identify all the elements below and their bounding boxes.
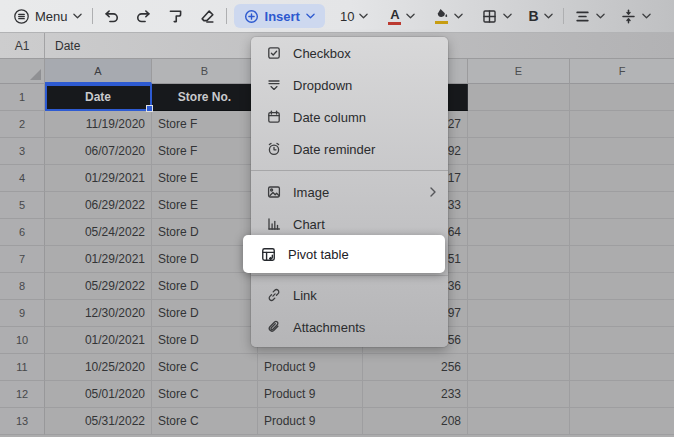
select-all-corner[interactable] — [0, 59, 45, 84]
cell-store[interactable]: Store E — [152, 192, 258, 219]
redo-button[interactable] — [132, 4, 155, 28]
menu-item-date-column[interactable]: Date column — [251, 101, 448, 133]
menu-item-attachments[interactable]: Attachments — [251, 311, 448, 343]
menu-item-link[interactable]: Link — [251, 279, 448, 311]
column-header-e[interactable]: E — [468, 59, 570, 84]
row-header[interactable]: 5 — [0, 192, 45, 219]
cell-empty[interactable] — [570, 219, 674, 246]
row-header[interactable]: 6 — [0, 219, 45, 246]
cell-date[interactable]: 06/07/2020 — [45, 138, 152, 165]
cell-empty[interactable] — [570, 327, 674, 354]
undo-button[interactable] — [100, 4, 123, 28]
cell-empty[interactable] — [468, 300, 570, 327]
cell-empty[interactable] — [468, 165, 570, 192]
cell-date[interactable]: 05/01/2020 — [45, 381, 152, 408]
bold-button[interactable]: B — [525, 4, 555, 28]
cell-store[interactable]: Store F — [152, 138, 258, 165]
cell-value[interactable]: 233 — [363, 381, 468, 408]
menu-item-label: Checkbox — [293, 46, 436, 61]
row-header[interactable]: 8 — [0, 273, 45, 300]
insert-button[interactable]: Insert — [234, 4, 325, 28]
header-cell-store[interactable]: Store No. — [152, 84, 258, 111]
cell-empty[interactable] — [570, 273, 674, 300]
row-header[interactable]: 7 — [0, 246, 45, 273]
column-header-a[interactable]: A — [45, 59, 152, 84]
cell-empty[interactable] — [468, 408, 570, 435]
row-header[interactable]: 10 — [0, 327, 45, 354]
cell-empty[interactable] — [468, 354, 570, 381]
cell-empty[interactable] — [468, 192, 570, 219]
font-color-button[interactable]: A — [385, 4, 418, 28]
cell-empty[interactable] — [468, 84, 570, 111]
cell-empty[interactable] — [570, 408, 674, 435]
cell-empty[interactable] — [570, 300, 674, 327]
cell-date[interactable]: 01/29/2021 — [45, 165, 152, 192]
row-header[interactable]: 4 — [0, 165, 45, 192]
cell-date[interactable]: 10/25/2020 — [45, 354, 152, 381]
cell-empty[interactable] — [570, 165, 674, 192]
cell-product[interactable]: Product 9 — [258, 381, 363, 408]
cell-date[interactable]: 05/24/2022 — [45, 219, 152, 246]
menu-item-date-reminder[interactable]: Date reminder — [251, 133, 448, 165]
borders-button[interactable] — [478, 4, 515, 28]
cell-store[interactable]: Store D — [152, 273, 258, 300]
cell-store[interactable]: Store D — [152, 300, 258, 327]
cell-store[interactable]: Store C — [152, 408, 258, 435]
cell-product[interactable]: Product 9 — [258, 408, 363, 435]
cell-date[interactable]: 05/29/2022 — [45, 273, 152, 300]
cell-empty[interactable] — [468, 219, 570, 246]
clear-format-button[interactable] — [196, 4, 219, 28]
cell-store[interactable]: Store C — [152, 381, 258, 408]
cell-empty[interactable] — [468, 138, 570, 165]
cell-reference-box[interactable]: A1 — [0, 33, 45, 58]
cell-empty[interactable] — [570, 111, 674, 138]
cell-empty[interactable] — [468, 246, 570, 273]
cell-empty[interactable] — [570, 84, 674, 111]
cell-store[interactable]: Store E — [152, 165, 258, 192]
vertical-align-button[interactable] — [617, 4, 654, 28]
row-header[interactable]: 9 — [0, 300, 45, 327]
cell-date[interactable]: 05/31/2022 — [45, 408, 152, 435]
cell-date[interactable]: 01/20/2021 — [45, 327, 152, 354]
format-painter-button[interactable] — [164, 4, 187, 28]
cell-date[interactable]: 11/19/2020 — [45, 111, 152, 138]
cell-date[interactable]: 12/30/2020 — [45, 300, 152, 327]
row-header[interactable]: 1 — [0, 84, 45, 111]
cell-empty[interactable] — [468, 381, 570, 408]
toolbar-divider — [92, 8, 93, 24]
menu-button[interactable]: Menu — [10, 4, 85, 28]
cell-empty[interactable] — [570, 138, 674, 165]
row-header[interactable]: 3 — [0, 138, 45, 165]
menu-item-pivot-table[interactable]: Pivot table — [243, 235, 445, 273]
cell-empty[interactable] — [468, 273, 570, 300]
cell-empty[interactable] — [570, 381, 674, 408]
row-header[interactable]: 11 — [0, 354, 45, 381]
fill-color-button[interactable] — [431, 4, 466, 28]
row-header[interactable]: 2 — [0, 111, 45, 138]
cell-value[interactable]: 256 — [363, 354, 468, 381]
cell-date[interactable]: 01/29/2021 — [45, 246, 152, 273]
column-header-b[interactable]: B — [152, 59, 258, 84]
cell-empty[interactable] — [570, 354, 674, 381]
cell-value[interactable]: 208 — [363, 408, 468, 435]
menu-item-dropdown[interactable]: Dropdown — [251, 69, 448, 101]
cell-empty[interactable] — [468, 111, 570, 138]
cell-empty[interactable] — [570, 192, 674, 219]
row-header[interactable]: 12 — [0, 381, 45, 408]
cell-product[interactable]: Product 9 — [258, 354, 363, 381]
cell-store[interactable]: Store D — [152, 327, 258, 354]
cell-empty[interactable] — [570, 246, 674, 273]
cell-store[interactable]: Store C — [152, 354, 258, 381]
row-header[interactable]: 13 — [0, 408, 45, 435]
cell-store[interactable]: Store F — [152, 111, 258, 138]
column-header-f[interactable]: F — [570, 59, 674, 84]
formula-input[interactable]: Date — [45, 39, 80, 53]
cell-date[interactable]: 06/29/2022 — [45, 192, 152, 219]
borders-grid-icon — [481, 8, 498, 25]
cell-empty[interactable] — [468, 327, 570, 354]
header-cell-date[interactable]: Date — [45, 84, 152, 111]
font-size-select[interactable]: 10 — [337, 4, 371, 28]
menu-item-image[interactable]: Image — [251, 176, 448, 208]
horizontal-align-button[interactable] — [571, 4, 608, 28]
menu-item-checkbox[interactable]: Checkbox — [251, 37, 448, 69]
